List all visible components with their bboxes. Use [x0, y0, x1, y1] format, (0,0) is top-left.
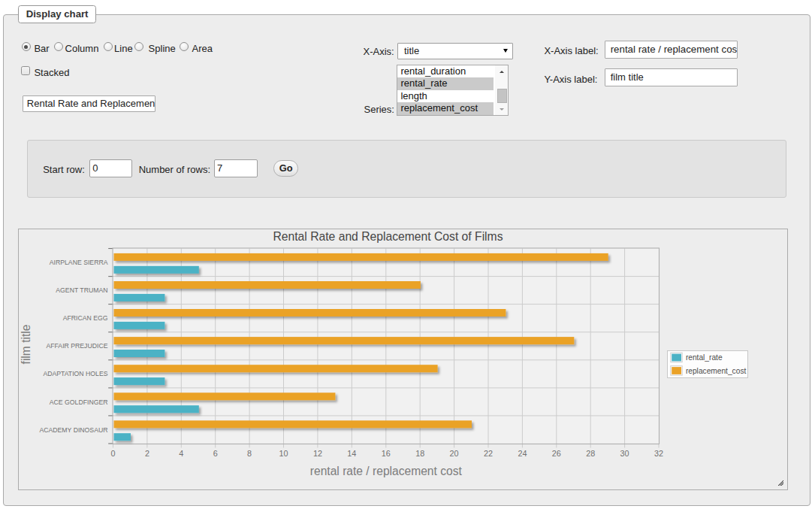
svg-text:6: 6 — [213, 449, 218, 458]
svg-text:12: 12 — [313, 449, 322, 458]
svg-text:4: 4 — [179, 449, 183, 458]
svg-text:AFRICAN EGG: AFRICAN EGG — [63, 314, 108, 322]
svg-text:rental_rate: rental_rate — [686, 353, 723, 362]
svg-text:ACE GOLDFINGER: ACE GOLDFINGER — [50, 398, 108, 406]
svg-text:film title: film title — [20, 325, 32, 365]
svg-text:10: 10 — [279, 449, 288, 458]
svg-text:18: 18 — [415, 449, 424, 458]
svg-text:24: 24 — [518, 449, 527, 458]
svg-text:32: 32 — [654, 449, 663, 458]
svg-text:AFFAIR PREJUDICE: AFFAIR PREJUDICE — [46, 342, 107, 350]
svg-text:AGENT TRUMAN: AGENT TRUMAN — [56, 286, 107, 294]
svg-text:26: 26 — [552, 449, 561, 458]
svg-text:replacement_cost: replacement_cost — [686, 367, 747, 375]
svg-text:rental rate / replacement cost: rental rate / replacement cost — [310, 465, 463, 477]
svg-text:2: 2 — [145, 449, 149, 458]
svg-text:14: 14 — [347, 449, 356, 458]
svg-text:ADAPTATION HOLES: ADAPTATION HOLES — [43, 370, 107, 377]
svg-text:28: 28 — [586, 449, 595, 458]
svg-text:ACADEMY DINOSAUR: ACADEMY DINOSAUR — [39, 426, 107, 434]
svg-text:Rental Rate and Replacement Co: Rental Rate and Replacement Cost of Film… — [273, 230, 503, 243]
svg-text:22: 22 — [484, 449, 493, 458]
svg-text:16: 16 — [382, 449, 391, 458]
svg-text:AIRPLANE SIERRA: AIRPLANE SIERRA — [50, 259, 108, 266]
svg-text:8: 8 — [247, 449, 252, 458]
svg-text:20: 20 — [450, 449, 459, 458]
svg-text:0: 0 — [110, 449, 115, 458]
svg-text:30: 30 — [620, 449, 629, 458]
